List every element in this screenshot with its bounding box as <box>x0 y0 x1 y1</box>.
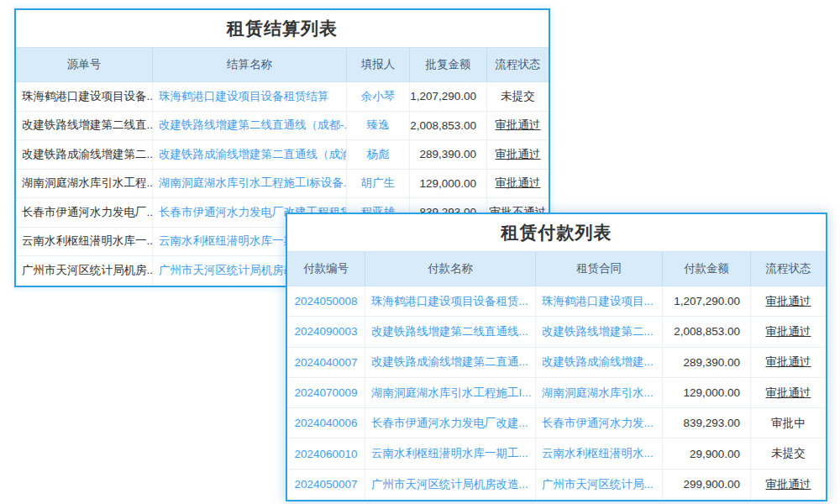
column-header-4: 付款金额 <box>662 252 750 286</box>
lease-contract-link[interactable]: 改建铁路成渝线增建... <box>535 348 662 377</box>
column-header-2: 结算名称 <box>152 48 346 81</box>
source-order-cell: 珠海鹤港口建设项目设备... <box>16 82 152 111</box>
lease-contract-link[interactable]: 云南水利枢纽潜明水... <box>535 438 662 468</box>
payment-no-link[interactable]: 2024040006 <box>287 408 365 438</box>
payment-amount-cell: 839,293.00 <box>662 408 750 438</box>
column-header-3: 填报人 <box>346 48 409 81</box>
settlement-name-link[interactable]: 改建铁路成渝线增建第二直通线（成渝... <box>152 140 346 169</box>
payment-no-link[interactable]: 2024090003 <box>287 317 365 346</box>
payment-table-body: 2024050008珠海鹤港口建设项目设备租赁...珠海鹤港口建设项目...1,… <box>287 286 826 500</box>
approved-amount-cell: 2,008,853.00 <box>409 112 486 140</box>
table-row: 2024050007广州市天河区统计局机房改造...广州市天河区统计局...29… <box>287 470 826 500</box>
table-row: 2024040006长春市伊通河水力发电厂改建...长春市伊通河水力发...83… <box>287 408 826 438</box>
status-badge: 审批中 <box>750 408 826 438</box>
status-badge[interactable]: 审批通过 <box>750 470 826 500</box>
reporter-link[interactable]: 余小琴 <box>346 82 409 111</box>
payment-name-link[interactable]: 广州市天河区统计局机房改造... <box>365 470 535 500</box>
payment-name-link[interactable]: 改建铁路线增建第二线直通线... <box>365 317 535 346</box>
payment-amount-cell: 29,900.00 <box>662 438 750 468</box>
payment-no-link[interactable]: 2024040007 <box>287 348 365 377</box>
payment-table-title: 租赁付款列表 <box>287 214 826 251</box>
status-badge: 未提交 <box>486 82 549 111</box>
table-row: 湖南洞庭湖水库引水工程...湖南洞庭湖水库引水工程施工I标设备...胡广生129… <box>16 170 549 199</box>
status-badge[interactable]: 审批通过 <box>486 170 549 198</box>
column-header-4: 批复金额 <box>409 48 486 81</box>
payment-amount-cell: 299,900.00 <box>662 470 750 500</box>
source-order-cell: 长春市伊通河水力发电厂... <box>16 198 152 227</box>
payment-name-link[interactable]: 改建铁路成渝线增建第二直通... <box>365 348 535 377</box>
payment-name-link[interactable]: 珠海鹤港口建设项目设备租赁... <box>365 286 535 316</box>
payment-amount-cell: 2,008,853.00 <box>662 317 750 346</box>
payment-name-link[interactable]: 湖南洞庭湖水库引水工程施工I... <box>365 378 535 407</box>
source-order-cell: 云南水利枢纽潜明水库一... <box>16 228 152 256</box>
status-badge[interactable]: 审批通过 <box>750 317 826 346</box>
table-row: 2024050008珠海鹤港口建设项目设备租赁...珠海鹤港口建设项目...1,… <box>287 286 826 317</box>
source-order-cell: 改建铁路线增建第二线直... <box>16 112 152 140</box>
column-header-5: 流程状态 <box>750 252 826 286</box>
source-order-cell: 湖南洞庭湖水库引水工程... <box>16 170 152 198</box>
table-row: 2024070009湖南洞庭湖水库引水工程施工I...湖南洞庭湖水库引水...1… <box>287 378 826 408</box>
payment-amount-cell: 129,000.00 <box>662 378 750 407</box>
approved-amount-cell: 129,000.00 <box>409 170 486 198</box>
table-row: 改建铁路成渝线增建第二...改建铁路成渝线增建第二直通线（成渝...杨彪289,… <box>16 140 549 170</box>
settlement-table-header: 源单号结算名称填报人批复金额流程状态 <box>16 47 549 82</box>
status-badge: 未提交 <box>750 438 826 468</box>
lease-contract-link[interactable]: 改建铁路线增建第二... <box>535 317 662 346</box>
lease-contract-link[interactable]: 长春市伊通河水力发... <box>535 408 662 438</box>
status-badge[interactable]: 审批通过 <box>750 286 826 316</box>
payment-name-link[interactable]: 长春市伊通河水力发电厂改建... <box>365 408 535 438</box>
lease-contract-link[interactable]: 广州市天河区统计局... <box>535 470 662 500</box>
column-header-2: 付款名称 <box>365 252 535 286</box>
lease-contract-link[interactable]: 湖南洞庭湖水库引水... <box>535 378 662 407</box>
status-badge[interactable]: 审批通过 <box>486 140 549 169</box>
approved-amount-cell: 1,207,290.00 <box>409 82 486 111</box>
lease-contract-link[interactable]: 珠海鹤港口建设项目... <box>535 286 662 316</box>
table-row: 珠海鹤港口建设项目设备...珠海鹤港口建设项目设备租赁结算余小琴1,207,29… <box>16 82 549 112</box>
settlement-name-link[interactable]: 改建铁路线增建第二线直通线（成都-... <box>152 112 346 140</box>
payment-table-header: 付款编号付款名称租赁合同付款金额流程状态 <box>287 251 826 286</box>
payment-no-link[interactable]: 2024060010 <box>287 438 365 468</box>
settlement-table-title: 租赁结算列表 <box>16 10 549 47</box>
table-row: 2024060010云南水利枢纽潜明水库一期工...云南水利枢纽潜明水...29… <box>287 438 826 469</box>
payment-no-link[interactable]: 2024050007 <box>287 470 365 500</box>
table-row: 改建铁路线增建第二线直...改建铁路线增建第二线直通线（成都-...臻逸2,00… <box>16 112 549 141</box>
status-badge[interactable]: 审批通过 <box>750 348 826 377</box>
reporter-link[interactable]: 胡广生 <box>346 170 409 198</box>
approved-amount-cell: 289,390.00 <box>409 140 486 169</box>
status-badge[interactable]: 审批通过 <box>750 378 826 407</box>
payment-amount-cell: 1,207,290.00 <box>662 286 750 316</box>
reporter-link[interactable]: 杨彪 <box>346 140 409 169</box>
column-header-1: 付款编号 <box>287 252 365 286</box>
source-order-cell: 广州市天河区统计局机房... <box>16 256 152 286</box>
status-badge[interactable]: 审批通过 <box>486 112 549 140</box>
table-row: 2024090003改建铁路线增建第二线直通线...改建铁路线增建第二...2,… <box>287 317 826 347</box>
payment-name-link[interactable]: 云南水利枢纽潜明水库一期工... <box>365 438 535 468</box>
payment-table-panel: 租赁付款列表 付款编号付款名称租赁合同付款金额流程状态 2024050008珠海… <box>286 213 827 501</box>
column-header-3: 租赁合同 <box>535 252 662 286</box>
table-row: 2024040007改建铁路成渝线增建第二直通...改建铁路成渝线增建...28… <box>287 348 826 378</box>
settlement-name-link[interactable]: 珠海鹤港口建设项目设备租赁结算 <box>152 82 346 111</box>
source-order-cell: 改建铁路成渝线增建第二... <box>16 140 152 169</box>
settlement-name-link[interactable]: 湖南洞庭湖水库引水工程施工I标设备... <box>152 170 346 198</box>
column-header-1: 源单号 <box>16 48 152 81</box>
reporter-link[interactable]: 臻逸 <box>346 112 409 140</box>
payment-no-link[interactable]: 2024050008 <box>287 286 365 316</box>
payment-no-link[interactable]: 2024070009 <box>287 378 365 407</box>
column-header-5: 流程状态 <box>486 48 549 81</box>
payment-amount-cell: 289,390.00 <box>662 348 750 377</box>
